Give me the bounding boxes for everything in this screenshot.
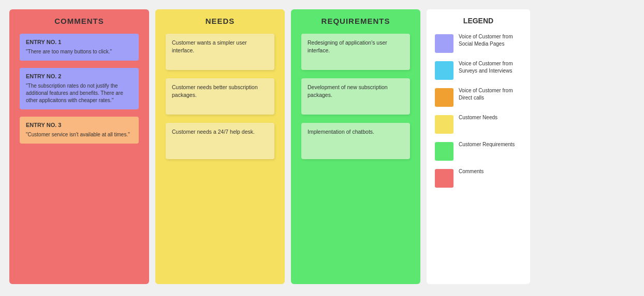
entry-1-title: ENTRY NO. 1 (26, 39, 133, 45)
entry-1-text: "There are too many buttons to click." (26, 48, 133, 55)
legend-label-4: Customer Needs (459, 114, 497, 121)
entry-card-1: ENTRY NO. 1 "There are too many buttons … (20, 34, 139, 61)
needs-title: NEEDS (206, 17, 235, 25)
requirements-column: REQUIREMENTS Redesigning of application'… (291, 9, 420, 284)
legend-item-5: Customer Requirements (435, 141, 522, 161)
req-card-2: Development of new subscription packages… (301, 78, 410, 115)
legend-label-1: Voice of Customer from Social Media Page… (459, 33, 522, 48)
legend-swatch-2 (435, 61, 453, 80)
entry-card-3: ENTRY NO. 3 "Customer service isn't avai… (20, 117, 139, 144)
main-container: COMMENTS ENTRY NO. 1 "There are too many… (0, 0, 644, 296)
req-card-3: Implementation of chatbots. (301, 123, 410, 159)
entry-2-text: "The subscription rates do not justify t… (26, 82, 133, 104)
legend-item-1: Voice of Customer from Social Media Page… (435, 33, 522, 53)
legend-item-4: Customer Needs (435, 114, 522, 134)
legend-swatch-5 (435, 142, 453, 161)
needs-column: NEEDS Customer wants a simpler user inte… (155, 9, 285, 284)
legend-swatch-1 (435, 34, 453, 53)
need-card-2: Customer needs better subscription packa… (166, 78, 274, 115)
need-card-1: Customer wants a simpler user interface. (166, 34, 274, 70)
entry-2-title: ENTRY NO. 2 (26, 73, 133, 79)
entry-3-text: "Customer service isn't available at all… (26, 131, 133, 138)
legend-label-3: Voice of Customer from Direct calls (459, 87, 522, 102)
legend-item-3: Voice of Customer from Direct calls (435, 87, 522, 107)
legend-column: LEGEND Voice of Customer from Social Med… (427, 9, 530, 284)
legend-title: LEGEND (435, 17, 522, 25)
comments-title: COMMENTS (54, 17, 104, 25)
legend-label-6: Comments (459, 168, 484, 175)
legend-item-2: Voice of Customer from Surveys and Inter… (435, 60, 522, 80)
req-2-text: Development of new subscription packages… (308, 83, 404, 99)
need-1-text: Customer wants a simpler user interface. (172, 39, 268, 54)
legend-label-2: Voice of Customer from Surveys and Inter… (459, 60, 522, 75)
requirements-title: REQUIREMENTS (321, 17, 390, 25)
legend-label-5: Customer Requirements (459, 141, 515, 148)
req-3-text: Implementation of chatbots. (308, 128, 404, 136)
need-2-text: Customer needs better subscription packa… (172, 83, 268, 99)
legend-item-6: Comments (435, 168, 522, 188)
legend-swatch-4 (435, 115, 453, 134)
req-1-text: Redesigning of application's user interf… (308, 39, 404, 54)
need-3-text: Customer needs a 24/7 help desk. (172, 128, 268, 136)
need-card-3: Customer needs a 24/7 help desk. (166, 123, 274, 159)
entry-3-title: ENTRY NO. 3 (26, 122, 133, 128)
comments-column: COMMENTS ENTRY NO. 1 "There are too many… (9, 9, 149, 284)
legend-swatch-3 (435, 88, 453, 107)
entry-card-2: ENTRY NO. 2 "The subscription rates do n… (20, 68, 139, 109)
req-card-1: Redesigning of application's user interf… (301, 34, 410, 70)
legend-swatch-6 (435, 169, 453, 188)
